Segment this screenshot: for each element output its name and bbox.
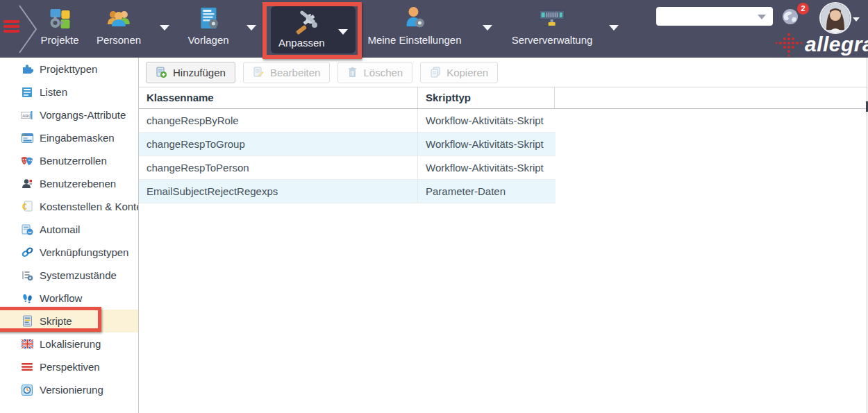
sidebar-item-skripte[interactable]: Skripte [0,310,138,332]
delete-button[interactable]: Löschen [337,62,412,83]
user-level-icon [21,178,33,189]
chevron-down-icon[interactable] [853,17,860,22]
sidebar-item-projekttypen[interactable]: Projekttypen [0,58,138,81]
sidebar-item-label: Perspektiven [40,361,100,373]
nav-projekte[interactable]: Projekte [40,4,78,46]
avatar[interactable] [821,3,850,33]
sidebar-item-label: Skripte [40,315,72,327]
chevron-down-icon[interactable] [247,25,256,31]
nav-vorlagen[interactable]: Vorlagen [187,4,228,46]
red-bars-icon [21,361,33,373]
sidebar-item-verknuepfungstypen[interactable]: Verknüpfungstypen [0,241,138,264]
chevron-down-icon [758,15,766,19]
chevron-down-icon[interactable] [609,25,619,31]
nav-anpassen[interactable]: Anpassen [271,6,356,53]
svg-text:ABC: ABC [22,113,32,117]
sidebar-item-listen[interactable]: Listen [0,81,138,103]
uk-flag-icon [21,338,33,350]
cell-klassenname: changeRespToGroup [139,133,418,155]
nav-label: Personen [97,34,141,46]
toolbar: Hinzufügen Bearbeiten Löschen Kopieren [139,58,868,87]
top-navbar: Projekte Personen [0,0,868,58]
sidebar-item-eingabemasken[interactable]: Eingabemasken [0,126,138,149]
main-content: Hinzufügen Bearbeiten Löschen Kopieren K… [139,58,868,413]
sidebar-item-workflow[interactable]: Workflow [0,287,138,310]
script-icon [21,315,33,327]
sidebar-item-automail[interactable]: Automail [0,218,138,241]
language-select[interactable] [656,7,773,26]
button-label: Kopieren [446,67,488,78]
template-icon [187,4,228,33]
nav-label: Serververwaltung [512,34,593,46]
table-row[interactable]: EmailSubjectRejectRegexps Parameter-Date… [139,180,556,203]
table-body: changeRespByRole Workflow-Aktivitäts-Skr… [139,109,868,203]
clock-icon [21,384,33,396]
chevron-right-icon [15,3,40,56]
copy-button[interactable]: Kopieren [420,62,498,83]
cell-klassenname: changeRespToPerson [139,156,418,179]
cell-skripttyp: Parameter-Daten [418,180,556,203]
chevron-down-icon[interactable] [338,29,348,35]
sidebar-item-systemzustaende[interactable]: Systemzustände [0,264,138,287]
sidebar-item-label: Listen [40,86,67,98]
sidebar-item-label: Benutzerrollen [40,155,107,167]
allegra-dots-icon [775,31,803,58]
table-row[interactable]: changeRespByRole Workflow-Aktivitäts-Skr… [139,109,556,133]
sidebar: Projekttypen Listen ABC Vorgangs-Attribu… [0,58,139,413]
puzzle-icon [40,4,78,33]
footprints-icon [21,292,33,304]
add-button[interactable]: Hinzufügen [146,62,235,83]
column-header-filler [555,87,868,108]
masks-icon [21,155,33,167]
sidebar-item-label: Vorgangs-Attribute [40,109,126,121]
sidebar-item-vorgangs-attribute[interactable]: ABC Vorgangs-Attribute [0,103,138,126]
nav-personen[interactable]: Personen [97,4,141,46]
cell-skripttyp: Workflow-Aktivitäts-Skript [418,109,556,132]
abc-field-icon: ABC [21,109,33,121]
automail-icon [21,224,33,235]
table-row[interactable]: changeRespToGroup Workflow-Aktivitäts-Sk… [139,133,556,156]
chevron-down-icon[interactable] [483,25,492,31]
add-icon [156,67,167,78]
edit-button[interactable]: Bearbeiten [243,62,331,83]
nav-label: Meine Einstellungen [367,34,461,46]
sidebar-item-kostenstellen[interactable]: € Kostenstellen & Konten [0,195,138,218]
button-label: Hinzufügen [173,67,226,78]
cell-skripttyp: Workflow-Aktivitäts-Skript [418,133,556,155]
sidebar-item-versionierung[interactable]: Versionierung [0,378,138,401]
chain-link-icon [21,246,33,258]
copy-icon [430,67,441,78]
table-row[interactable]: changeRespToPerson Workflow-Aktivitäts-S… [139,156,556,180]
allegra-logo: allegra [775,31,868,58]
svg-text:€: € [22,202,27,212]
column-header-skripttyp[interactable]: Skripttyp [418,87,555,108]
sidebar-item-lokalisierung[interactable]: Lokalisierung [0,332,138,355]
app-root: Projekte Personen [0,0,868,413]
list-icon [21,86,33,98]
sidebar-item-label: Benutzerebenen [40,178,116,189]
notification-badge[interactable]: 2 [797,3,809,15]
puzzle-piece-icon [21,63,33,75]
sidebar-item-label: Projekttypen [40,63,97,75]
sidebar-item-perspektiven[interactable]: Perspektiven [0,355,138,378]
nav-serververwaltung[interactable]: Serververwaltung [512,4,593,46]
cell-skripttyp: Workflow-Aktivitäts-Skript [418,156,556,179]
sidebar-item-label: Systemzustände [40,269,117,281]
nav-label: Anpassen [278,37,325,49]
system-states-icon [21,269,33,281]
button-label: Löschen [363,67,403,78]
sidebar-item-benutzerebenen[interactable]: Benutzerebenen [0,172,138,195]
logo-text: allegra [805,33,868,56]
column-header-klassenname[interactable]: Klassenname [139,87,418,108]
delete-icon [347,67,358,78]
globe-icon[interactable] [781,8,799,28]
cell-klassenname: changeRespByRole [139,109,418,132]
table-header-row: Klassenname Skripttyp [139,87,868,109]
euro-doc-icon: € [21,201,33,212]
sidebar-item-label: Workflow [40,292,82,304]
nav-label: Projekte [40,34,78,46]
sidebar-item-benutzerrollen[interactable]: Benutzerrollen [0,149,138,172]
nav-meine-einstellungen[interactable]: Meine Einstellungen [367,4,461,46]
nav-label: Vorlagen [187,34,228,46]
chevron-down-icon[interactable] [160,25,169,31]
